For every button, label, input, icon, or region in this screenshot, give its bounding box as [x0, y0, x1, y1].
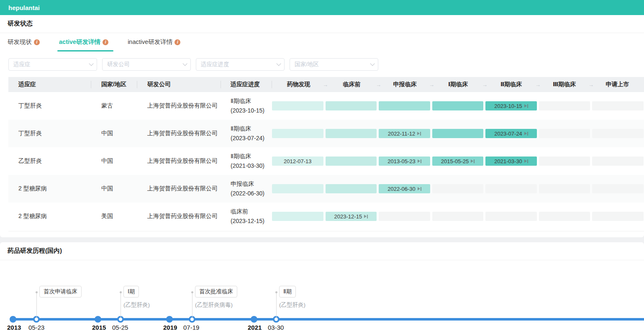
stage-segment[interactable]: 2021-03-30	[485, 157, 537, 166]
stage-segment	[592, 157, 644, 166]
tab-inactive-rd-detail[interactable]: inactive研发详情	[126, 34, 182, 51]
timeline-year: 2021	[248, 324, 262, 331]
stage-segment	[379, 212, 430, 221]
progress-date: (2023-12-15)	[231, 216, 264, 226]
chevron-down-icon	[89, 61, 93, 66]
progress-cell: Ⅱ期临床 (2023-07-24)	[221, 120, 272, 147]
indication-cell: 2 型糖尿病	[8, 203, 91, 230]
indication-cell: 乙型肝炎	[8, 147, 91, 175]
stage-segment[interactable]: 2012-07-13	[272, 157, 323, 166]
stage-segment	[592, 129, 644, 138]
progress-select[interactable]: 适应症进度	[196, 58, 285, 71]
col-progress: 适应症进度	[221, 77, 272, 92]
rd-timeline: 首次申请临床 2013 05-23 Ⅰ期 (乙型肝炎) 2015 05-25 首…	[0, 260, 644, 331]
stage-segment	[485, 212, 537, 221]
stage-segment[interactable]: 2013-05-23	[379, 157, 430, 166]
progress-cell: 申报临床 (2022-06-30)	[221, 175, 272, 203]
stage-progress-bar: 2023-10-15	[272, 92, 644, 120]
company-select[interactable]: 研发公司	[102, 58, 191, 71]
col-company: 研发公司	[137, 77, 221, 92]
col-stage-preclinical: 临床前→	[325, 77, 378, 92]
timeline-event-sublabel: (乙型肝炎)	[123, 301, 150, 309]
rd-history-header: 药品研发历程(国内)	[0, 242, 644, 260]
stage-date: 2015-05-25	[441, 158, 469, 164]
timeline-date: 05-25	[112, 324, 128, 331]
progress-cell: 临床前 (2023-12-15)	[221, 203, 272, 230]
drug-name: hepulantai	[8, 4, 40, 11]
step-forward-icon	[471, 159, 475, 163]
chevron-down-icon	[276, 61, 281, 66]
stage-segment[interactable]: 2022-06-30	[379, 184, 430, 193]
rd-history-card: 药品研发历程(国内) 首次申请临床 2013 05-23 Ⅰ期 (乙型肝炎) 2…	[0, 242, 644, 331]
rd-history-title: 药品研发历程(国内)	[8, 247, 62, 254]
stage-segment	[539, 157, 590, 166]
timeline-date: 07-19	[183, 324, 199, 331]
tab-label: 研发现状	[8, 38, 32, 46]
stage-segment[interactable]: 2023-07-24	[485, 129, 537, 138]
region-select[interactable]: 国家/地区	[290, 58, 378, 71]
stage-segment	[432, 129, 484, 138]
timeline-year-dot	[166, 316, 173, 323]
stage-date: 2021-03-30	[494, 158, 522, 164]
chevron-down-icon	[370, 61, 375, 66]
timeline-stem	[192, 293, 192, 318]
company-cell: 上海贺普药业股份有限公司	[137, 203, 221, 230]
tab-label: active研发详情	[59, 38, 100, 46]
table-bottom-divider	[8, 231, 644, 231]
progress-stage: Ⅱ期临床	[231, 151, 251, 161]
region-cell: 中国	[91, 147, 137, 175]
region-cell: 中国	[91, 175, 137, 203]
timeline-event-label: Ⅱ期	[279, 286, 296, 298]
stage-segment	[432, 184, 484, 193]
timeline-year-dot	[251, 316, 257, 323]
timeline-year-dot	[95, 316, 101, 323]
select-placeholder: 国家/地区	[295, 61, 370, 68]
stage-segment	[539, 129, 590, 138]
step-forward-icon	[524, 159, 528, 163]
info-icon[interactable]	[174, 39, 180, 45]
select-placeholder: 适应症	[13, 61, 89, 68]
stage-segment[interactable]: 2022-11-12	[379, 129, 430, 138]
indication-select[interactable]: 适应症	[8, 58, 97, 71]
table-header: 适应症 国家/地区 研发公司 适应症进度 药物发现→ 临床前→ 申报临床→ Ⅰ期…	[8, 77, 644, 92]
stage-segment	[539, 101, 590, 110]
timeline-year: 2019	[163, 324, 177, 331]
timeline-year: 2015	[92, 324, 106, 331]
progress-date: (2023-07-24)	[231, 133, 264, 143]
stage-segment[interactable]: 2023-10-15	[485, 101, 537, 110]
stage-date: 2013-05-23	[387, 158, 416, 164]
info-icon[interactable]	[103, 39, 108, 45]
company-cell: 上海贺普药业股份有限公司	[137, 120, 221, 147]
table-row: 2 型糖尿病 美国 上海贺普药业股份有限公司 临床前 (2023-12-15) …	[8, 203, 644, 230]
stage-segment[interactable]: 2023-12-15	[326, 212, 377, 221]
select-placeholder: 适应症进度	[201, 61, 276, 68]
company-cell: 上海贺普药业股份有限公司	[137, 147, 221, 175]
tab-rd-overview[interactable]: 研发现状	[6, 34, 41, 51]
timeline-stem	[276, 293, 277, 318]
step-forward-icon	[417, 132, 421, 136]
indication-cell: 丁型肝炎	[8, 92, 91, 120]
timeline-stem-dot	[191, 291, 193, 293]
stage-progress-bar: 2012-07-132013-05-232015-05-252021-03-30	[272, 147, 644, 175]
rd-tabs: 研发现状 active研发详情 inactive研发详情	[0, 33, 644, 51]
rd-detail-table: 适应症 国家/地区 研发公司 适应症进度 药物发现→ 临床前→ 申报临床→ Ⅰ期…	[8, 77, 644, 231]
region-cell: 蒙古	[91, 92, 137, 120]
info-icon[interactable]	[34, 39, 40, 45]
timeline-event-label: 首次批准临床	[195, 286, 237, 298]
indication-cell: 2 型糖尿病	[8, 175, 91, 203]
timeline-year-dot	[10, 316, 16, 323]
stage-segment[interactable]: 2015-05-25	[432, 157, 484, 166]
col-stage-discovery: 药物发现→	[272, 77, 325, 92]
progress-stage: 临床前	[231, 207, 248, 216]
stage-progress-bar: 2022-06-30	[272, 175, 644, 203]
stage-segment	[326, 184, 377, 193]
progress-stage: 申报临床	[231, 179, 254, 189]
stage-progress-bar: 2023-12-15	[272, 203, 644, 230]
stage-columns: 药物发现→ 临床前→ 申报临床→ Ⅰ期临床→ Ⅱ期临床→ Ⅲ期临床→ 申请上市	[272, 77, 644, 92]
chevron-down-icon	[182, 61, 187, 66]
indication-cell: 丁型肝炎	[8, 120, 91, 147]
company-cell: 上海贺普药业股份有限公司	[137, 175, 221, 203]
tab-active-rd-detail[interactable]: active研发详情	[57, 34, 110, 51]
step-forward-icon	[524, 104, 528, 108]
timeline-stem-dot	[36, 291, 38, 293]
